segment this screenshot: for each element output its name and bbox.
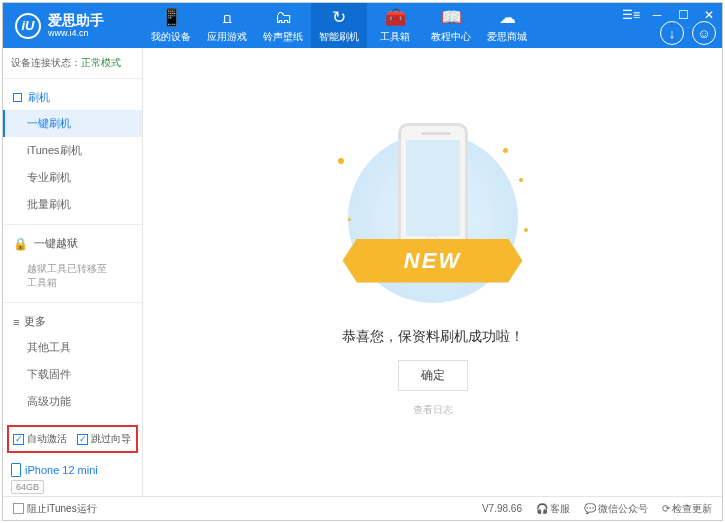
logo-icon: iU xyxy=(15,13,41,39)
device-status: 设备连接状态：正常模式 xyxy=(3,48,142,79)
device-info: iPhone 12 mini 64GB Down-12mini-13,1 xyxy=(3,457,142,496)
nav-icon: ☁ xyxy=(499,7,516,28)
checkbox-block-itunes[interactable]: 阻止iTunes运行 xyxy=(13,502,97,516)
nav-label: 智能刷机 xyxy=(319,30,359,44)
app-url: www.i4.cn xyxy=(48,29,104,38)
sidebar-item-download-fw[interactable]: 下载固件 xyxy=(3,361,142,388)
download-icon[interactable]: ↓ xyxy=(660,21,684,45)
sidebar-item-oneclick-flash[interactable]: 一键刷机 xyxy=(3,110,142,137)
new-ribbon: NEW xyxy=(343,239,523,283)
nav-icon: 🧰 xyxy=(385,7,406,28)
sidebar-item-pro-flash[interactable]: 专业刷机 xyxy=(3,164,142,191)
nav-icon: 📖 xyxy=(441,7,462,28)
device-storage: 64GB xyxy=(11,480,44,494)
main-content: NEW 恭喜您，保资料刷机成功啦！ 确定 查看日志 xyxy=(143,48,722,496)
hamburger-icon: ≡ xyxy=(13,316,18,328)
sidebar: 设备连接状态：正常模式 刷机 一键刷机 iTunes刷机 专业刷机 批量刷机 🔒… xyxy=(3,48,143,496)
nav-item-3[interactable]: ↻智能刷机 xyxy=(311,3,367,48)
nav-item-5[interactable]: 📖教程中心 xyxy=(423,3,479,48)
nav-icon: ⩍ xyxy=(223,8,232,28)
nav-label: 工具箱 xyxy=(380,30,410,44)
nav-label: 我的设备 xyxy=(151,30,191,44)
status-value: 正常模式 xyxy=(81,57,121,68)
nav-item-1[interactable]: ⩍应用游戏 xyxy=(199,3,255,48)
app-header: iU 爱思助手 www.i4.cn 📱我的设备⩍应用游戏🗂铃声壁纸↻智能刷机🧰工… xyxy=(3,3,722,48)
nav-icon: 📱 xyxy=(161,7,182,28)
view-log-link[interactable]: 查看日志 xyxy=(413,403,453,417)
version-label: V7.98.66 xyxy=(482,503,522,514)
settings-icon[interactable]: ☰≡ xyxy=(618,3,644,27)
nav-label: 应用游戏 xyxy=(207,30,247,44)
wechat-icon: 💬 xyxy=(584,503,596,514)
footer-update[interactable]: ⟳检查更新 xyxy=(662,502,712,516)
sidebar-item-other-tools[interactable]: 其他工具 xyxy=(3,334,142,361)
status-label: 设备连接状态： xyxy=(11,57,81,68)
main-nav: 📱我的设备⩍应用游戏🗂铃声壁纸↻智能刷机🧰工具箱📖教程中心☁爱思商城 xyxy=(143,3,535,48)
sidebar-item-itunes-flash[interactable]: iTunes刷机 xyxy=(3,137,142,164)
footer: 阻止iTunes运行 V7.98.66 🎧客服 💬微信公众号 ⟳检查更新 xyxy=(3,496,722,520)
ok-button[interactable]: 确定 xyxy=(398,360,468,391)
device-name[interactable]: iPhone 12 mini xyxy=(11,463,134,477)
nav-item-2[interactable]: 🗂铃声壁纸 xyxy=(255,3,311,48)
footer-service[interactable]: 🎧客服 xyxy=(536,502,570,516)
nav-icon: ↻ xyxy=(332,7,346,28)
sidebar-item-batch-flash[interactable]: 批量刷机 xyxy=(3,191,142,218)
user-icon[interactable]: ☺ xyxy=(692,21,716,45)
nav-item-4[interactable]: 🧰工具箱 xyxy=(367,3,423,48)
app-title: 爱思助手 xyxy=(48,13,104,27)
nav-label: 铃声壁纸 xyxy=(263,30,303,44)
checkbox-highlight: ✓自动激活 ✓跳过向导 xyxy=(7,425,138,453)
sidebar-head-more[interactable]: ≡更多 xyxy=(3,309,142,334)
headset-icon: 🎧 xyxy=(536,503,548,514)
checkbox-skip-guide[interactable]: ✓跳过向导 xyxy=(77,432,131,446)
sidebar-item-advanced[interactable]: 高级功能 xyxy=(3,388,142,415)
success-illustration: NEW xyxy=(323,128,543,318)
nav-icon: 🗂 xyxy=(275,8,292,28)
footer-wechat[interactable]: 💬微信公众号 xyxy=(584,502,648,516)
checkbox-auto-activate[interactable]: ✓自动激活 xyxy=(13,432,67,446)
nav-item-0[interactable]: 📱我的设备 xyxy=(143,3,199,48)
jailbreak-note: 越狱工具已转移至 工具箱 xyxy=(3,256,142,296)
success-message: 恭喜您，保资料刷机成功啦！ xyxy=(342,328,524,346)
nav-item-6[interactable]: ☁爱思商城 xyxy=(479,3,535,48)
lock-icon: 🔒 xyxy=(13,237,28,251)
sidebar-head-jailbreak[interactable]: 🔒一键越狱 xyxy=(3,231,142,256)
app-logo: iU 爱思助手 www.i4.cn xyxy=(3,13,143,39)
nav-label: 教程中心 xyxy=(431,30,471,44)
nav-label: 爱思商城 xyxy=(487,30,527,44)
sidebar-head-flash[interactable]: 刷机 xyxy=(3,85,142,110)
refresh-icon: ⟳ xyxy=(662,503,670,514)
